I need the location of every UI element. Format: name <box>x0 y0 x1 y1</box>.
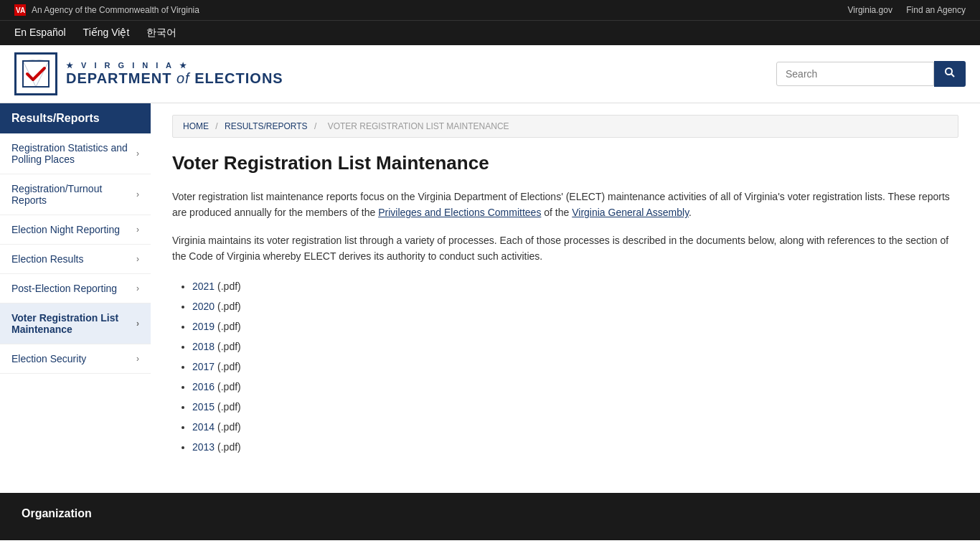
search-input[interactable] <box>776 62 934 86</box>
sidebar-item-election-security[interactable]: Election Security › <box>0 344 151 374</box>
breadcrumb-current: VOTER REGISTRATION LIST MAINTENANCE <box>328 121 509 131</box>
agency-info: VA An Agency of the Commonwealth of Virg… <box>14 4 199 16</box>
lang-vietnamese[interactable]: Tiếng Việt <box>83 27 130 39</box>
chevron-right-icon: › <box>136 283 139 293</box>
list-item: 2017 (.pdf) <box>192 357 958 377</box>
svg-point-4 <box>946 68 952 75</box>
lang-korean[interactable]: 한국어 <box>146 27 176 39</box>
intro-paragraph-1: Voter registration list maintenance repo… <box>172 189 958 221</box>
sidebar-item-voter-registration[interactable]: Voter Registration List Maintenance › <box>0 303 151 344</box>
page-title: Voter Registration List Maintenance <box>172 152 958 174</box>
pdf-link-2014[interactable]: 2014 <box>192 421 215 433</box>
pdf-link-2018[interactable]: 2018 <box>192 341 215 352</box>
breadcrumb-results[interactable]: RESULTS/REPORTS <box>225 121 308 131</box>
chevron-right-icon: › <box>136 149 139 159</box>
sidebar-item-label: Registration Statistics and Polling Plac… <box>11 142 136 165</box>
pdf-ext: (.pdf) <box>217 321 241 332</box>
sidebar: Results/Reports Registration Statistics … <box>0 103 151 479</box>
top-bar: VA An Agency of the Commonwealth of Virg… <box>0 0 980 20</box>
list-item: 2013 (.pdf) <box>192 437 958 457</box>
pdf-ext: (.pdf) <box>217 401 241 413</box>
search-button[interactable] <box>934 61 966 87</box>
sidebar-item-election-results[interactable]: Election Results › <box>0 245 151 274</box>
checkmark-svg <box>22 60 50 88</box>
list-item: 2016 (.pdf) <box>192 377 958 397</box>
logo-icon <box>14 52 57 95</box>
list-item: 2019 (.pdf) <box>192 316 958 336</box>
sidebar-item-label: Voter Registration List Maintenance <box>11 312 136 335</box>
sidebar-item-registration-stats[interactable]: Registration Statistics and Polling Plac… <box>0 133 151 174</box>
list-item: 2018 (.pdf) <box>192 336 958 357</box>
pdf-ext: (.pdf) <box>217 361 241 372</box>
pdf-link-2020[interactable]: 2020 <box>192 301 215 312</box>
list-item: 2015 (.pdf) <box>192 397 958 417</box>
pdf-link-2021[interactable]: 2021 <box>192 281 215 292</box>
svg-text:VA: VA <box>16 6 25 14</box>
footer-org-title: Organization <box>22 507 958 520</box>
language-bar: En Español Tiếng Việt 한국어 <box>0 20 980 45</box>
sidebar-item-label: Election Night Reporting <box>11 224 120 235</box>
top-links: Virginia.gov Find an Agency <box>836 5 966 15</box>
logo-text-area: ★ V I R G I N I A ★ DEPARTMENT of ELECTI… <box>66 61 283 87</box>
logo-of-text: of <box>176 70 190 86</box>
logo-department: DEPARTMENT of ELECTIONS <box>66 70 283 87</box>
logo-stars: ★ V I R G I N I A ★ <box>66 61 283 70</box>
chevron-right-icon: › <box>136 189 139 199</box>
sidebar-item-label: Post-Election Reporting <box>11 283 117 294</box>
pdf-link-2015[interactable]: 2015 <box>192 401 215 413</box>
breadcrumb-separator-1: / <box>215 121 220 131</box>
pdf-link-2013[interactable]: 2013 <box>192 441 215 453</box>
para1-after: . <box>689 207 692 218</box>
find-agency-link[interactable]: Find an Agency <box>906 5 966 15</box>
logo-area: ★ V I R G I N I A ★ DEPARTMENT of ELECTI… <box>14 52 283 95</box>
chevron-right-icon: › <box>136 254 139 264</box>
breadcrumb-separator-2: / <box>314 121 319 131</box>
chevron-right-icon: › <box>136 225 139 235</box>
breadcrumb: HOME / RESULTS/REPORTS / VOTER REGISTRAT… <box>172 115 958 138</box>
va-general-assembly-link[interactable]: Virginia General Assembly <box>572 207 689 218</box>
sidebar-item-election-night[interactable]: Election Night Reporting › <box>0 215 151 245</box>
lang-spanish[interactable]: En Español <box>14 27 66 39</box>
pdf-ext: (.pdf) <box>217 421 241 433</box>
breadcrumb-home[interactable]: HOME <box>183 121 209 131</box>
footer: Organization <box>0 493 980 540</box>
pdf-ext: (.pdf) <box>217 441 241 453</box>
pdf-list: 2021 (.pdf) 2020 (.pdf) 2019 (.pdf) 2018… <box>172 276 958 457</box>
sidebar-item-post-election[interactable]: Post-Election Reporting › <box>0 274 151 303</box>
sidebar-item-label: Registration/Turnout Reports <box>11 183 136 206</box>
pdf-ext: (.pdf) <box>217 281 241 292</box>
search-area <box>776 61 966 87</box>
sidebar-title: Results/Reports <box>0 103 151 133</box>
chevron-right-icon: › <box>136 319 139 329</box>
list-item: 2020 (.pdf) <box>192 296 958 316</box>
pdf-link-2017[interactable]: 2017 <box>192 361 215 372</box>
pdf-ext: (.pdf) <box>217 381 241 392</box>
chevron-right-icon: › <box>136 354 139 364</box>
virginia-gov-link[interactable]: Virginia.gov <box>847 5 892 15</box>
agency-text: An Agency of the Commonwealth of Virgini… <box>32 5 199 15</box>
pdf-link-2016[interactable]: 2016 <box>192 381 215 392</box>
para1-middle: of the <box>541 207 572 218</box>
pdf-ext: (.pdf) <box>217 301 241 312</box>
logo-dept-text: DEPARTMENT <box>66 70 171 86</box>
sidebar-item-turnout-reports[interactable]: Registration/Turnout Reports › <box>0 174 151 215</box>
main-container: Results/Reports Registration Statistics … <box>0 103 980 479</box>
list-item: 2021 (.pdf) <box>192 276 958 296</box>
privileges-elections-link[interactable]: Privileges and Elections Committees <box>378 207 541 218</box>
logo-elections-text: ELECTIONS <box>194 70 283 86</box>
content-area: HOME / RESULTS/REPORTS / VOTER REGISTRAT… <box>151 103 980 479</box>
sidebar-item-label: Election Results <box>11 253 83 265</box>
svg-line-5 <box>951 74 954 77</box>
pdf-link-2019[interactable]: 2019 <box>192 321 215 332</box>
pdf-ext: (.pdf) <box>217 341 241 352</box>
va-logo-icon: VA <box>14 4 26 16</box>
intro-paragraph-2: Virginia maintains its voter registratio… <box>172 232 958 265</box>
site-header: ★ V I R G I N I A ★ DEPARTMENT of ELECTI… <box>0 45 980 103</box>
sidebar-item-label: Election Security <box>11 353 86 364</box>
list-item: 2014 (.pdf) <box>192 417 958 437</box>
